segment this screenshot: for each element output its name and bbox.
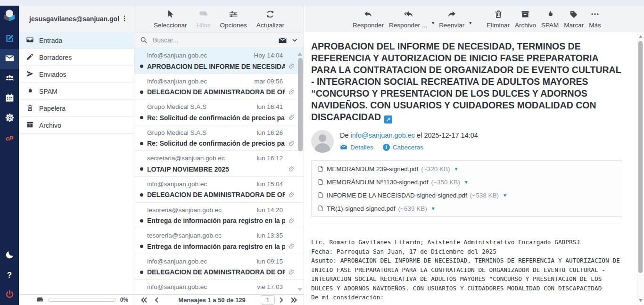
help-button[interactable]: ? [0, 265, 19, 285]
attachment-menu-caret[interactable]: ▼ [464, 180, 469, 185]
open-in-new-window-icon[interactable]: ↗ [384, 115, 392, 124]
spam-button[interactable]: SPAM [540, 8, 560, 30]
folder-papelera[interactable]: Papelera [19, 100, 134, 117]
message-row[interactable]: info@sanjuan.gob.ecHoy 14:04 APROBACION … [134, 48, 304, 74]
dark-mode-button[interactable] [0, 246, 19, 265]
info-icon: i [383, 144, 390, 151]
account-menu-button[interactable] [119, 14, 130, 25]
attachment-name: MEMORANDUM 239-signed.pdf [327, 165, 418, 173]
details-toggle[interactable]: Detalles [340, 143, 373, 151]
message-sender: info@sanjuan.gob.ec [147, 181, 207, 188]
paperclip-icon [288, 217, 296, 225]
folder-entrada[interactable]: Entrada [19, 32, 134, 49]
search-input[interactable] [152, 36, 274, 44]
attachment-menu-caret[interactable]: ▼ [454, 166, 459, 172]
threads-icon [199, 9, 208, 20]
forward-button[interactable]: Reenviar [438, 8, 465, 30]
power-icon [5, 289, 15, 301]
message-subject: Entrega de información para registro en … [147, 243, 285, 250]
reader-scrollbar-thumb[interactable] [638, 41, 643, 273]
sender-email-link[interactable]: info@sanjuan.gob.ec [351, 132, 415, 139]
forward-dropdown-caret[interactable]: ▾ [469, 13, 472, 25]
message-row[interactable]: tesoreria@sanjuan.gob.eclun 13:35 Entreg… [134, 228, 304, 254]
rail-contacts-button[interactable] [0, 69, 19, 89]
message-row[interactable]: info@sanjuan.gob.ecvie 17:03 [134, 280, 304, 294]
message-row[interactable]: tesoreria@sanjuan.gob.eclun 14:20 Entreg… [134, 203, 304, 229]
moon-icon [5, 250, 15, 261]
rail-calendar-button[interactable] [0, 89, 19, 108]
threads-button[interactable]: Hilos [196, 8, 212, 30]
search-options-chevron-icon[interactable] [291, 37, 298, 43]
webmail-app: cP ? jesusgavilanes@sanjuan.gob.... Entr… [0, 0, 644, 305]
headers-label: Cabeceras [393, 144, 423, 151]
first-page-button[interactable] [138, 297, 150, 304]
body-line: Asunto: APROBACION DEL INFORME DE NECESI… [311, 256, 622, 293]
reader-scrollbar-up-arrow[interactable] [639, 35, 643, 38]
from-line: De info@sanjuan.gob.ec el 2025-12-17 14:… [340, 132, 478, 139]
attachment-item[interactable]: TR(1)-signed-signed.pdf (~639 KB) ▼ [317, 202, 436, 215]
attachment-item[interactable]: MEMORÁNDUM Nº1130-signed.pdf (~350 KB) ▼ [317, 175, 469, 189]
trash-icon [494, 9, 503, 20]
message-row[interactable]: Grupo Medical S.A.Slun 16:41 Re: Solicit… [134, 99, 304, 125]
message-date: lun 14:20 [256, 206, 283, 214]
message-sender: tesoreria@sanjuan.gob.ec [147, 232, 222, 239]
reader-scrollbar[interactable] [637, 32, 644, 305]
folder-borradores[interactable]: Borradores [19, 49, 134, 66]
next-page-button[interactable] [275, 297, 288, 304]
logout-button[interactable] [0, 285, 19, 305]
app-logo [3, 9, 16, 22]
message-date: lun 16:41 [256, 103, 283, 110]
refresh-button[interactable]: Actualizar [256, 8, 285, 30]
more-button[interactable]: Más [588, 8, 602, 30]
archive-button[interactable]: Archivo [514, 8, 537, 30]
app-rail: cP ? [0, 6, 19, 305]
list-scrollbar-down-arrow[interactable] [297, 288, 302, 291]
fire-icon [26, 87, 34, 96]
message-row[interactable]: info@sanjuan.gob.eclun 09:15 DELEGACION … [134, 254, 304, 280]
pdf-file-icon [317, 165, 324, 173]
list-toolbar: Seleccionar Hilos Opciones Actualizar [134, 6, 304, 32]
options-button[interactable]: Opciones [219, 8, 248, 30]
reader-scrollbar-down-arrow[interactable] [639, 299, 643, 302]
last-page-button[interactable] [288, 297, 300, 304]
delete-button[interactable]: Eliminar [486, 8, 511, 30]
folder-archivo[interactable]: Archivo [19, 117, 134, 134]
folder-enviados[interactable]: Enviados [19, 66, 134, 83]
attachment-menu-caret[interactable]: ▼ [503, 193, 507, 198]
message-row[interactable]: info@sanjuan.gob.ecmar 09:56 DELEGACION … [134, 74, 304, 100]
attachment-menu-caret[interactable]: ▼ [431, 206, 436, 211]
unread-dot [140, 116, 143, 119]
message-row[interactable]: info@sanjuan.gob.eclun 15:04 DELEGACION … [134, 177, 304, 203]
folder-spam[interactable]: SPAM [19, 83, 134, 100]
message-row[interactable]: Grupo Medical S.A.Slun 16:26 Re: Solicit… [134, 125, 304, 151]
search-scope-mail-icon[interactable] [278, 36, 287, 45]
reply-all-dropdown-caret[interactable]: ▾ [431, 13, 435, 25]
body-line: Fecha: Parroquia San Juan, 17 de Diciemb… [311, 247, 622, 256]
paperclip-icon [288, 114, 296, 122]
message-row[interactable]: secretaria@sanjuan.gob.eclun 16:12 LOTAI… [134, 151, 304, 177]
headers-toggle[interactable]: i Cabeceras [383, 143, 423, 151]
select-button[interactable]: Seleccionar [153, 8, 188, 30]
unread-dot [140, 91, 143, 94]
account-email: jesusgavilanes@sanjuan.gob.... [29, 15, 119, 23]
list-scrollbar-up-arrow[interactable] [297, 52, 302, 56]
reply-label: Responder [353, 22, 384, 29]
message-subject: APROBACION DEL INFORME DE NECESIDA... [147, 63, 285, 70]
attachment-name: INFORME DE LA NECEISDAD-signed-signed.pd… [327, 192, 467, 199]
prev-page-button[interactable] [150, 297, 163, 304]
forward-label: Reenviar [439, 22, 464, 29]
compose-button[interactable] [0, 29, 19, 49]
refresh-label: Actualizar [256, 22, 284, 29]
attachment-item[interactable]: MEMORANDUM 239-signed.pdf (~320 KB) ▼ [317, 162, 458, 175]
list-scrollbar-thumb[interactable] [298, 58, 303, 151]
reply-all-button[interactable]: Responder ... [388, 8, 428, 30]
unread-dot [140, 142, 143, 145]
reply-button[interactable]: Responder [352, 8, 385, 30]
page-number-input[interactable] [261, 295, 275, 305]
attachment-item[interactable]: INFORME DE LA NECEISDAD-signed-signed.pd… [317, 189, 507, 202]
mark-button[interactable]: Marcar [563, 8, 585, 30]
rail-mail-button[interactable] [0, 49, 19, 69]
reply-all-label: Responder ... [389, 22, 427, 29]
rail-settings-button[interactable] [0, 108, 19, 128]
rail-cpanel-button[interactable]: cP [0, 128, 19, 148]
